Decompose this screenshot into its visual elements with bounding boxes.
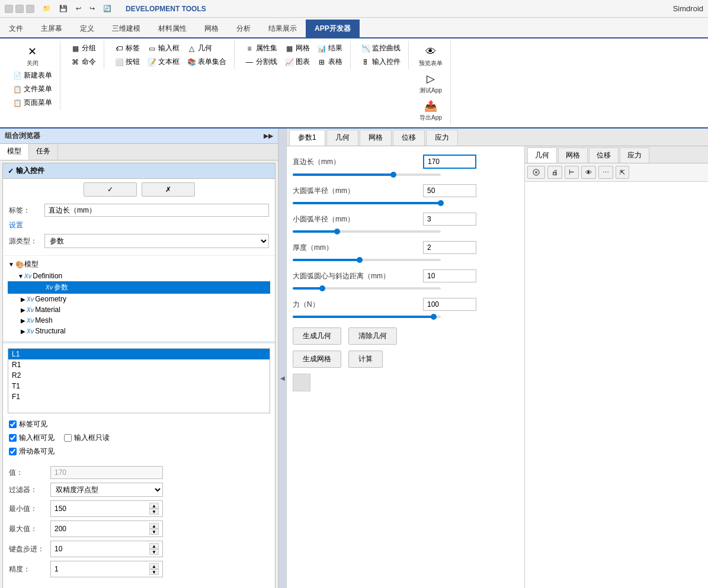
refresh-icon[interactable]: 🔄 <box>101 4 114 14</box>
slider-5[interactable] <box>293 316 441 318</box>
param-list[interactable]: L1 R1 R2 T1 F1 <box>8 348 270 413</box>
cancel-btn[interactable]: ✗ <box>142 182 195 197</box>
checkbox-slider-visible[interactable]: 滑动条可见 <box>9 446 55 457</box>
tab-analysis[interactable]: 分析 <box>228 20 260 37</box>
preview-view-btn[interactable]: 👁 <box>581 166 596 179</box>
file-menu-btn[interactable]: 📋 文件菜单 <box>9 83 55 95</box>
geo-ctrl-btn[interactable]: △ 几何 <box>184 42 215 54</box>
gen-geo-btn[interactable]: 生成几何 <box>293 327 341 345</box>
max-up-arrow[interactable]: ▲ <box>149 523 159 529</box>
min-up-arrow[interactable]: ▲ <box>149 503 159 509</box>
settings-link[interactable]: 设置 <box>9 220 23 230</box>
cb-readonly[interactable] <box>64 434 72 442</box>
tree-toggle-geo[interactable]: ▶ <box>20 296 27 303</box>
max-spinner[interactable]: ▲ ▼ <box>50 520 163 537</box>
slider-2[interactable] <box>293 230 441 233</box>
chart-btn[interactable]: 📈 图表 <box>281 56 313 68</box>
step-spinner[interactable]: ▲ ▼ <box>50 541 163 557</box>
save-icon[interactable]: 💾 <box>57 4 70 14</box>
param-input-0[interactable] <box>423 155 476 169</box>
step-input[interactable] <box>55 545 149 553</box>
param-item-R2[interactable]: R2 <box>8 370 270 381</box>
mesh-prop-btn[interactable]: ▦ 网格 <box>281 42 313 54</box>
command-btn[interactable]: ⌘ 命令 <box>68 56 99 68</box>
value-input[interactable] <box>50 466 163 479</box>
checkbox-readonly[interactable]: 输入框只读 <box>64 433 110 443</box>
param-input-1[interactable] <box>423 184 476 197</box>
slider-1[interactable] <box>293 202 441 204</box>
preview-tab-stress[interactable]: 应力 <box>620 147 649 163</box>
tab-model[interactable]: 模型 <box>0 144 29 160</box>
close-btn-ribbon[interactable]: ✕ 关闭 <box>21 42 44 69</box>
tree-item-geometry[interactable]: ▶ Xv Geometry <box>8 294 270 304</box>
cb-slider-visible[interactable] <box>9 448 17 455</box>
panel-toggle[interactable]: ◀ <box>278 128 287 588</box>
right-tab-geo[interactable]: 几何 <box>326 130 358 146</box>
slider-thumb-2[interactable] <box>334 229 340 234</box>
step-up-arrow[interactable]: ▲ <box>149 543 159 549</box>
right-tab-stress[interactable]: 应力 <box>426 130 458 146</box>
monitor-curve-btn[interactable]: 📉 监控曲线 <box>358 42 403 54</box>
tree-toggle-mesh[interactable]: ▶ <box>20 317 27 324</box>
param-input-5[interactable] <box>423 298 476 311</box>
slider-thumb-0[interactable] <box>390 172 396 178</box>
checkbox-input-visible[interactable]: 输入框可见 <box>9 433 55 443</box>
slider-thumb-5[interactable] <box>431 314 437 320</box>
table-btn[interactable]: ⊞ 表格 <box>314 56 345 68</box>
slider-thumb-3[interactable] <box>357 257 363 263</box>
tab-home[interactable]: 主屏幕 <box>32 20 71 37</box>
prop-set-btn[interactable]: ≡ 属性集 <box>242 42 280 54</box>
right-tab-mesh[interactable]: 网格 <box>360 130 392 146</box>
param-input-3[interactable] <box>423 241 476 254</box>
preview-tab-mesh[interactable]: 网格 <box>558 147 588 163</box>
tree-item-model[interactable]: ▼ 🎨 模型 <box>8 258 270 271</box>
precision-down-arrow[interactable]: ▼ <box>149 569 159 575</box>
right-tab-params1[interactable]: 参数1 <box>289 130 325 146</box>
param-item-L1[interactable]: L1 <box>8 349 270 359</box>
export-app-btn[interactable]: 📤 导出App <box>417 97 445 124</box>
slider-thumb-4[interactable] <box>319 285 325 291</box>
param-item-T1[interactable]: T1 <box>8 381 270 391</box>
tab-define[interactable]: 定义 <box>71 20 103 37</box>
tab-material[interactable]: 材料属性 <box>149 20 196 37</box>
slider-4[interactable] <box>293 287 441 290</box>
file-icon[interactable]: 📁 <box>40 4 53 14</box>
tree-toggle-struct[interactable]: ▶ <box>20 328 27 335</box>
param-item-F1[interactable]: F1 <box>8 391 270 402</box>
cb-label-visible[interactable] <box>9 420 17 428</box>
button-ctrl-btn[interactable]: ⬜ 按钮 <box>111 56 143 68</box>
preview-form-btn[interactable]: 👁 预览表单 <box>416 42 446 69</box>
min-spinner[interactable]: ▲ ▼ <box>50 500 163 517</box>
source-type-select[interactable]: 参数 <box>44 234 269 248</box>
slider-3[interactable] <box>293 259 441 261</box>
param-input-4[interactable] <box>423 269 476 282</box>
minimize-btn[interactable] <box>5 5 13 13</box>
max-down-arrow[interactable]: ▼ <box>149 529 159 535</box>
cb-input-visible[interactable] <box>9 434 17 442</box>
preview-more-btn[interactable]: ⋯ <box>598 166 613 179</box>
divider-btn[interactable]: — 分割线 <box>242 56 280 68</box>
right-tab-displacement[interactable]: 位移 <box>393 130 425 146</box>
clear-geo-btn[interactable]: 清除几何 <box>348 327 397 345</box>
precision-spinner[interactable]: ▲ ▼ <box>50 561 163 577</box>
maximize-btn[interactable] <box>15 5 24 13</box>
test-app-btn[interactable]: ▷ 测试App <box>417 69 445 97</box>
tab-app-dev[interactable]: APP开发器 <box>306 20 360 38</box>
tab-file[interactable]: 文件 <box>0 20 32 37</box>
confirm-btn[interactable]: ✓ <box>84 182 137 197</box>
preview-print-btn[interactable]: 🖨 <box>547 166 562 179</box>
checkbox-label-visible[interactable]: 标签可见 <box>9 419 47 429</box>
tab-results[interactable]: 结果展示 <box>260 20 306 37</box>
filter-select[interactable]: 双精度浮点型 <box>50 483 163 497</box>
redo-icon[interactable]: ↪ <box>87 4 97 14</box>
param-item-R1[interactable]: R1 <box>8 359 270 370</box>
tab-mesh[interactable]: 网格 <box>196 20 228 37</box>
param-input-2[interactable] <box>423 213 476 226</box>
tree-item-params[interactable]: Xv 参数 <box>8 281 270 294</box>
undo-icon[interactable]: ↩ <box>73 4 84 14</box>
result-btn[interactable]: 📊 结果 <box>314 42 345 54</box>
label-input[interactable] <box>44 204 269 217</box>
form-set-btn[interactable]: 📚 表单集合 <box>184 56 229 68</box>
tree-toggle-def[interactable]: ▼ <box>17 273 24 279</box>
slider-0[interactable] <box>293 173 441 176</box>
